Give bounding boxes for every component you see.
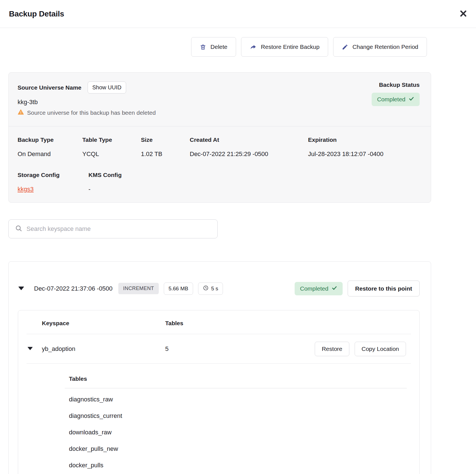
field-storage-config: Storage Config kkgs3 — [18, 172, 88, 193]
field-expiration: Expiration Jul-28-2023 18:12:07 -0400 — [308, 137, 420, 158]
backup-status-block: Backup Status Completed — [372, 82, 420, 117]
backup-status-value: Completed — [377, 96, 405, 103]
increment-header-row: Dec-07-2022 21:37:06 -0500 INCREMENT 5.6… — [18, 281, 420, 296]
collapse-keyspace-button[interactable] — [27, 346, 33, 351]
keyspace-table: Keyspace Tables yb_adoption 5 Restore Co… — [18, 310, 420, 474]
backup-fields-row: Backup Type On Demand Table Type YCQL Si… — [18, 137, 420, 158]
caret-down-icon — [28, 347, 33, 351]
backup-status-label: Backup Status — [372, 82, 420, 88]
copy-location-button[interactable]: Copy Location — [355, 342, 406, 356]
tables-subheader: Tables — [65, 375, 407, 382]
increment-timestamp: Dec-07-2022 21:37:06 -0500 — [34, 285, 112, 292]
backup-summary-panel: Source Universe Name Show UUID kkg-3tb S… — [8, 72, 431, 203]
divider — [65, 388, 407, 388]
source-universe-label: Source Universe Name — [18, 84, 81, 91]
restore-keyspace-button[interactable]: Restore — [315, 342, 349, 356]
show-uuid-button[interactable]: Show UUID — [88, 82, 126, 94]
check-icon — [331, 285, 337, 292]
restore-arrow-icon — [250, 44, 257, 51]
restore-entire-backup-button[interactable]: Restore Entire Backup — [241, 37, 328, 57]
close-button[interactable] — [457, 7, 470, 21]
page-title: Backup Details — [9, 9, 64, 18]
modal-header: Backup Details — [0, 0, 476, 28]
pencil-icon — [342, 44, 348, 50]
universe-name: kkg-3tb — [18, 99, 156, 106]
action-toolbar: Delete Restore Entire Backup Change Rete… — [8, 37, 427, 57]
caret-down-icon — [18, 286, 24, 291]
table-list-item: diagnostics_current — [65, 408, 407, 424]
field-backup-type: Backup Type On Demand — [18, 137, 82, 158]
table-list-item: docker_pulls — [65, 457, 407, 473]
keyspace-row: yb_adoption 5 Restore Copy Location — [18, 334, 419, 363]
restore-entire-backup-label: Restore Entire Backup — [261, 44, 319, 50]
keyspace-table-count: 5 — [165, 345, 315, 353]
warning-triangle-icon — [18, 109, 24, 117]
field-size: Size 1.02 TB — [141, 137, 190, 158]
change-retention-button[interactable]: Change Retention Period — [333, 37, 427, 57]
field-table-type: Table Type YCQL — [82, 137, 141, 158]
modal-body: Delete Restore Entire Backup Change Rete… — [0, 37, 439, 474]
storage-config-link[interactable]: kkgs3 — [18, 186, 33, 193]
field-kms-config: KMS Config - — [88, 172, 420, 193]
search-input[interactable] — [27, 225, 211, 233]
table-list-item: diagnostics_raw — [65, 391, 407, 408]
increment-card: Dec-07-2022 21:37:06 -0500 INCREMENT 5.6… — [8, 261, 431, 474]
backup-status-badge: Completed — [372, 93, 420, 106]
config-fields-row: Storage Config kkgs3 KMS Config - — [18, 172, 420, 193]
keyspace-table-header: Keyspace Tables — [18, 320, 419, 327]
warning-text: Source universe for this backup has been… — [27, 109, 156, 116]
increment-status-value: Completed — [300, 285, 328, 292]
clock-icon — [203, 285, 209, 292]
search-icon — [15, 225, 22, 233]
source-universe-block: Source Universe Name Show UUID kkg-3tb S… — [18, 82, 156, 117]
keyspace-name: yb_adoption — [42, 345, 165, 353]
table-list-item: docker_pulls_new — [65, 441, 407, 457]
keyspace-tables-section: Tables diagnostics_raw diagnostics_curre… — [65, 364, 407, 474]
increment-type-badge: INCREMENT — [118, 283, 159, 294]
summary-details-section: Backup Type On Demand Table Type YCQL Si… — [9, 126, 431, 202]
change-retention-label: Change Retention Period — [352, 44, 418, 50]
trash-icon — [200, 44, 206, 50]
summary-top-section: Source Universe Name Show UUID kkg-3tb S… — [9, 73, 431, 126]
collapse-increment-button[interactable] — [18, 286, 25, 291]
increment-duration-badge: 5 s — [198, 283, 223, 295]
field-created-at: Created At Dec-07-2022 21:25:29 -0500 — [190, 137, 308, 158]
restore-to-point-button[interactable]: Restore to this point — [348, 281, 420, 296]
check-icon — [408, 96, 414, 103]
increment-status-badge: Completed — [295, 282, 343, 295]
table-list-item: downloads_raw — [65, 424, 407, 441]
keyspace-search — [8, 219, 218, 238]
increment-duration-value: 5 s — [211, 286, 218, 292]
delete-button-label: Delete — [210, 44, 227, 50]
backup-details-modal: Backup Details Delete Restore Entire Bac… — [0, 0, 476, 474]
tables-column-header: Tables — [165, 320, 406, 327]
close-icon — [459, 9, 468, 19]
delete-button[interactable]: Delete — [191, 37, 236, 57]
keyspace-column-header: Keyspace — [42, 320, 165, 327]
increment-size-badge: 5.66 MB — [164, 283, 193, 295]
universe-deleted-warning: Source universe for this backup has been… — [18, 109, 156, 117]
